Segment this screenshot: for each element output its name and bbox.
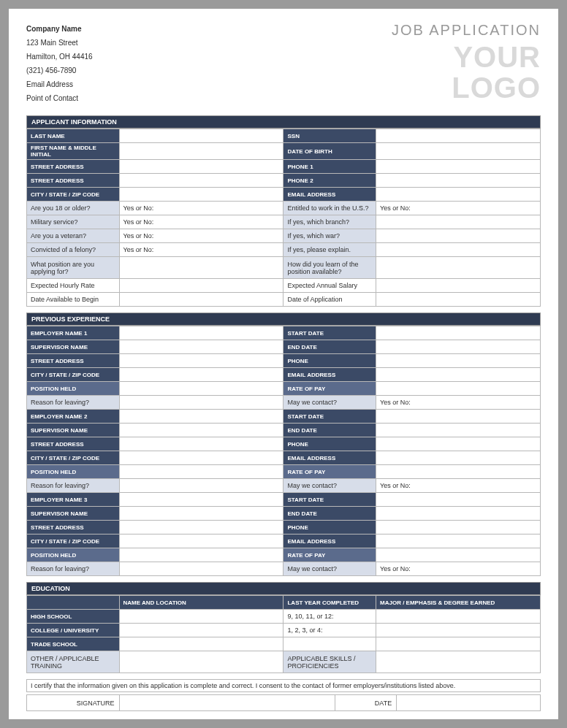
input-end1[interactable] bbox=[376, 340, 541, 354]
input-contact1[interactable]: Yes or No: bbox=[376, 396, 541, 410]
label-rate2: RATE OF PAY bbox=[284, 465, 376, 479]
input-start1[interactable] bbox=[376, 326, 541, 340]
input-skills[interactable] bbox=[376, 651, 541, 673]
input-emp3[interactable] bbox=[119, 493, 284, 507]
label-start2: START DATE bbox=[284, 410, 376, 424]
label-addr2: STREET ADDRESS bbox=[27, 174, 120, 188]
label-explain: If yes, please explain. bbox=[284, 243, 376, 257]
input-email-e1[interactable] bbox=[376, 368, 541, 382]
input-rate1[interactable] bbox=[376, 382, 541, 396]
input-reason3[interactable] bbox=[119, 562, 284, 576]
input-pos3[interactable] bbox=[119, 548, 284, 562]
input-email[interactable] bbox=[376, 188, 541, 202]
input-learn[interactable] bbox=[376, 257, 541, 279]
input-addr2[interactable] bbox=[119, 174, 284, 188]
label-age: Are you 18 or older? bbox=[27, 202, 120, 215]
input-last-name[interactable] bbox=[119, 129, 284, 143]
input-start3[interactable] bbox=[376, 493, 541, 507]
input-college-name[interactable] bbox=[119, 624, 284, 637]
input-reason1[interactable] bbox=[119, 396, 284, 410]
label-email-e3: EMAIL ADDRESS bbox=[284, 534, 376, 548]
input-ssn[interactable] bbox=[376, 129, 541, 143]
input-phone2[interactable] bbox=[376, 174, 541, 188]
input-csz-e2[interactable] bbox=[119, 451, 284, 465]
input-age[interactable]: Yes or No: bbox=[119, 202, 284, 215]
applicant-table: LAST NAMESSN FIRST NAME & MIDDLE INITIAL… bbox=[26, 129, 541, 307]
company-phone: (321) 456-7890 bbox=[26, 64, 93, 77]
input-addr1[interactable] bbox=[119, 160, 284, 174]
input-addr-e1[interactable] bbox=[119, 354, 284, 368]
input-pos2[interactable] bbox=[119, 465, 284, 479]
input-end3[interactable] bbox=[376, 507, 541, 521]
input-military[interactable]: Yes or No: bbox=[119, 215, 284, 229]
label-other-training: OTHER / APPLICABLE TRAINING bbox=[27, 651, 120, 673]
input-contact3[interactable]: Yes or No: bbox=[376, 562, 541, 576]
input-reason2[interactable] bbox=[119, 479, 284, 493]
input-college-year[interactable]: 1, 2, 3, or 4: bbox=[284, 624, 376, 637]
label-reason3: Reason for leaving? bbox=[27, 562, 120, 576]
experience-header: PREVIOUS EXPERIENCE bbox=[26, 313, 541, 326]
input-appdate[interactable] bbox=[376, 293, 541, 307]
input-rate2[interactable] bbox=[376, 465, 541, 479]
input-start2[interactable] bbox=[376, 410, 541, 424]
input-veteran[interactable]: Yes or No: bbox=[119, 229, 284, 243]
label-startdate: Date Available to Begin bbox=[27, 293, 120, 307]
input-csz[interactable] bbox=[119, 188, 284, 202]
input-startdate[interactable] bbox=[119, 293, 284, 307]
input-branch[interactable] bbox=[376, 215, 541, 229]
label-hourly: Expected Hourly Rate bbox=[27, 279, 120, 293]
input-csz-e3[interactable] bbox=[119, 534, 284, 548]
input-sup3[interactable] bbox=[119, 507, 284, 521]
input-explain[interactable] bbox=[376, 243, 541, 257]
input-emp2[interactable] bbox=[119, 410, 284, 424]
form-title: JOB APPLICATION bbox=[392, 22, 541, 39]
input-signature[interactable] bbox=[119, 695, 335, 711]
input-rate3[interactable] bbox=[376, 548, 541, 562]
label-email-e1: EMAIL ADDRESS bbox=[284, 368, 376, 382]
input-phone-e3[interactable] bbox=[376, 521, 541, 534]
input-salary[interactable] bbox=[376, 279, 541, 293]
input-phone-e1[interactable] bbox=[376, 354, 541, 368]
input-us[interactable]: Yes or No: bbox=[376, 202, 541, 215]
input-addr-e3[interactable] bbox=[119, 521, 284, 534]
input-trade-major[interactable] bbox=[376, 637, 541, 651]
label-sup1: SUPERVISOR NAME bbox=[27, 340, 120, 354]
input-dob[interactable] bbox=[376, 143, 541, 160]
label-addr-e1: STREET ADDRESS bbox=[27, 354, 120, 368]
input-hs-major[interactable] bbox=[376, 610, 541, 624]
input-hs-year[interactable]: 9, 10, 11, or 12: bbox=[284, 610, 376, 624]
input-end2[interactable] bbox=[376, 424, 541, 437]
label-end1: END DATE bbox=[284, 340, 376, 354]
input-felony[interactable]: Yes or No: bbox=[119, 243, 284, 257]
input-trade-name[interactable] bbox=[119, 637, 284, 651]
input-csz-e1[interactable] bbox=[119, 368, 284, 382]
label-reason1: Reason for leaving? bbox=[27, 396, 120, 410]
input-hs-name[interactable] bbox=[119, 610, 284, 624]
input-emp1[interactable] bbox=[119, 326, 284, 340]
input-contact2[interactable]: Yes or No: bbox=[376, 479, 541, 493]
input-first-mi[interactable] bbox=[119, 143, 284, 160]
input-position[interactable] bbox=[119, 257, 284, 279]
label-csz-e1: CITY / STATE / ZIP CODE bbox=[27, 368, 120, 382]
label-contact1: May we contact? bbox=[284, 396, 376, 410]
label-start3: START DATE bbox=[284, 493, 376, 507]
input-hourly[interactable] bbox=[119, 279, 284, 293]
input-pos1[interactable] bbox=[119, 382, 284, 396]
input-phone-e2[interactable] bbox=[376, 437, 541, 451]
input-other-training[interactable] bbox=[119, 651, 284, 673]
input-college-major[interactable] bbox=[376, 624, 541, 637]
input-war[interactable] bbox=[376, 229, 541, 243]
label-edu-name: NAME AND LOCATION bbox=[119, 596, 284, 610]
input-email-e2[interactable] bbox=[376, 451, 541, 465]
label-dob: DATE OF BIRTH bbox=[284, 143, 376, 160]
input-sup2[interactable] bbox=[119, 424, 284, 437]
company-contact: Point of Contact bbox=[26, 91, 93, 105]
input-date[interactable] bbox=[397, 695, 541, 711]
education-section: EDUCATION NAME AND LOCATION LAST YEAR CO… bbox=[26, 582, 541, 673]
company-name: Company Name bbox=[26, 22, 93, 36]
input-email-e3[interactable] bbox=[376, 534, 541, 548]
input-phone1[interactable] bbox=[376, 160, 541, 174]
input-sup1[interactable] bbox=[119, 340, 284, 354]
input-addr-e2[interactable] bbox=[119, 437, 284, 451]
input-trade-year[interactable] bbox=[284, 637, 376, 651]
